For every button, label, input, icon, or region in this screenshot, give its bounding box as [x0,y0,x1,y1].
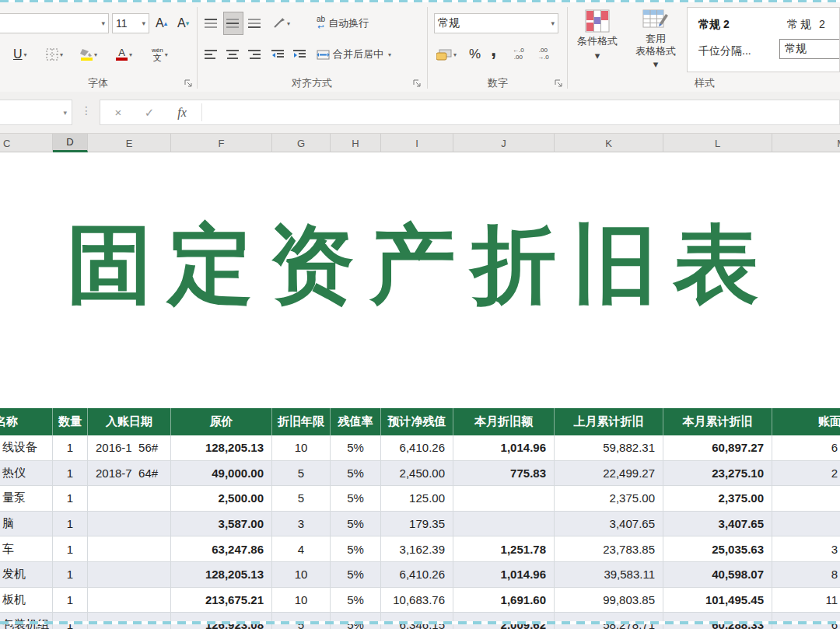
cell[interactable] [88,512,171,537]
cell[interactable]: 5% [331,536,381,562]
format-as-table-button[interactable]: 套用表格格式 ▾ [628,9,683,72]
cell[interactable] [88,562,171,588]
grow-font-button[interactable]: A▴ [153,12,170,34]
column-header-I[interactable]: I [381,134,453,152]
cell[interactable]: 5% [331,588,381,613]
align-right-button[interactable] [246,44,264,65]
column-header-H[interactable]: H [331,134,381,152]
table-header-cell[interactable]: 名称 [0,408,53,435]
cell[interactable]: 2 [772,461,840,487]
column-header-C[interactable]: C [0,134,53,152]
cell[interactable]: 179.35 [381,512,453,537]
cell-style-item[interactable]: 常规 2 [782,16,832,34]
table-header-cell[interactable]: 账面 [772,408,840,435]
cell[interactable] [88,588,171,613]
align-center-button[interactable] [224,44,243,65]
cell[interactable]: 发机 [0,562,53,588]
cell[interactable]: 2018-7 64# [88,461,171,487]
cell[interactable] [772,512,840,537]
cell[interactable]: 5 [272,486,331,512]
shrink-font-button[interactable]: A▾ [175,12,191,34]
cell[interactable]: 5% [331,435,381,461]
column-header-E[interactable]: E [88,134,171,152]
fill-color-button[interactable]: ▾ [78,44,100,65]
cell[interactable]: 6 [772,435,840,461]
cell[interactable]: 49,000.00 [171,461,272,487]
cell[interactable]: 8 [772,562,840,588]
underline-button[interactable]: U▾ [11,44,30,65]
cell[interactable]: 量泵 [0,486,53,512]
cell[interactable]: 775.83 [453,461,555,487]
orientation-button[interactable]: ▾ [271,12,292,34]
cell[interactable]: 23,783.85 [555,536,663,562]
cell[interactable]: 板机 [0,588,53,613]
cell[interactable]: 1 [53,588,88,613]
cell[interactable]: 125.00 [381,486,453,512]
cell[interactable]: 1,691.60 [453,588,555,613]
cell[interactable]: 1 [53,435,88,461]
alignment-dialog-launcher[interactable] [413,79,422,89]
cell[interactable]: 25,035.63 [663,536,772,562]
cell[interactable]: 213,675.21 [171,588,272,613]
table-header-cell[interactable]: 本月折旧额 [453,408,555,435]
cell[interactable]: 128,205.13 [171,435,272,461]
cell[interactable]: 1,251.78 [453,536,555,562]
cell[interactable]: 1,014.96 [453,435,555,461]
increase-indent-button[interactable] [291,44,310,65]
cell[interactable]: 40,598.07 [663,562,772,588]
cell[interactable]: 6,410.26 [381,435,453,461]
cell[interactable]: 1 [53,562,88,588]
column-header-M[interactable]: M [772,134,840,152]
accounting-format-button[interactable]: ▾ [434,44,459,65]
align-left-button[interactable] [202,44,221,65]
cell[interactable]: 1,014.96 [453,562,555,588]
column-header-J[interactable]: J [453,134,555,152]
cell[interactable]: 10,683.76 [381,588,453,613]
cell[interactable]: 60,897.27 [663,435,772,461]
cell[interactable]: 3,162.39 [381,536,453,562]
cell[interactable]: 5% [331,512,381,537]
column-header-L[interactable]: L [663,134,772,152]
cell[interactable] [88,486,171,512]
cell[interactable]: 1 [53,512,88,537]
cell-style-item[interactable]: 千位分隔... [694,42,756,61]
table-header-cell[interactable]: 折旧年限 [272,408,331,435]
cell[interactable]: 59,882.31 [555,435,663,461]
cell[interactable]: 39,583.11 [555,562,663,588]
increase-decimal-button[interactable]: ←.0 .00 [510,44,527,65]
cell[interactable]: 99,803.85 [555,588,663,613]
borders-button[interactable]: ▾ [44,44,65,65]
cell[interactable]: 热仪 [0,461,53,487]
table-header-cell[interactable]: 上月累计折旧 [555,408,663,435]
cell[interactable]: 5% [331,461,381,487]
number-format-combobox[interactable]: 常规▾ [434,13,558,33]
number-dialog-launcher[interactable] [555,79,564,89]
decrease-indent-button[interactable] [269,44,288,65]
cell[interactable]: 63,247.86 [171,536,272,562]
decrease-decimal-button[interactable]: .00 →.0 [535,44,551,65]
column-header-K[interactable]: K [555,134,663,152]
font-size-combobox[interactable]: 11▾ [112,13,149,33]
cell[interactable]: 10 [272,588,331,613]
align-middle-button[interactable] [224,12,243,34]
wrap-text-button[interactable]: ab↩自动换行 [314,12,371,34]
table-header-cell[interactable]: 本月累计折旧 [663,408,772,435]
cell[interactable]: 1 [53,486,88,512]
enter-button[interactable]: ✓ [138,100,161,124]
cell[interactable]: 车 [0,536,53,562]
cell[interactable]: 101,495.45 [663,588,772,613]
font-color-button[interactable]: A▾ [114,44,135,65]
percent-style-button[interactable]: % [467,44,483,65]
cell[interactable]: 11 [772,588,840,613]
cell[interactable]: 5% [331,486,381,512]
cell[interactable]: 2,375.00 [555,486,663,512]
cell[interactable]: 1 [53,536,88,562]
cell[interactable]: 脑 [0,512,53,537]
phonetic-button[interactable]: wén文▾ [149,44,170,65]
cell[interactable]: 3,407.65 [555,512,663,537]
cell-style-item-selected[interactable]: 常规 [779,39,840,59]
cell[interactable]: 2,375.00 [663,486,772,512]
comma-style-button[interactable]: , [488,44,499,65]
table-header-cell[interactable]: 入账日期 [88,408,171,435]
cell-style-item[interactable]: 常规 2 [694,16,734,34]
